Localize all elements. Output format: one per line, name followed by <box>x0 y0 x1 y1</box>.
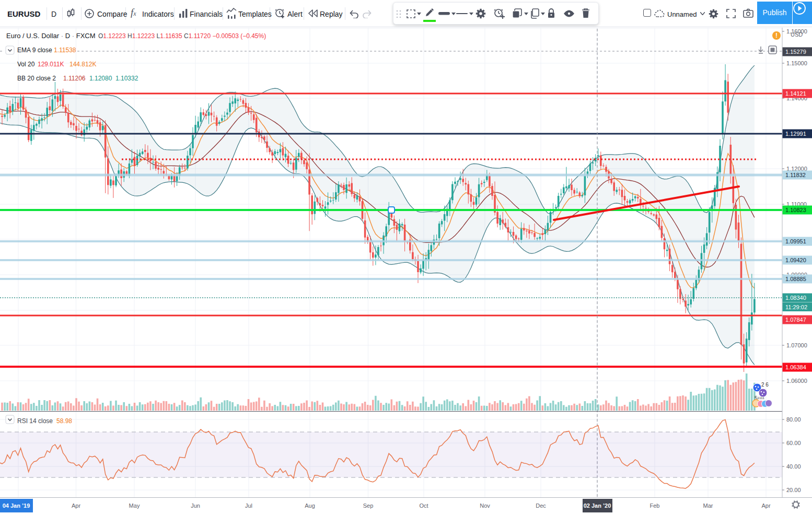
svg-text:1.08885: 1.08885 <box>785 276 806 282</box>
svg-text:Jul: Jul <box>245 503 252 509</box>
svg-text:EMA 9 close: EMA 9 close <box>17 46 52 54</box>
svg-text:1.11538: 1.11538 <box>54 46 76 54</box>
svg-text:1.10332: 1.10332 <box>115 75 138 82</box>
svg-text:1.10823: 1.10823 <box>785 207 806 213</box>
svg-text:1.15279: 1.15279 <box>785 49 806 55</box>
svg-text:1.15000: 1.15000 <box>786 60 807 66</box>
svg-text:Mar: Mar <box>703 503 713 509</box>
svg-text:1.11206: 1.11206 <box>63 75 86 82</box>
svg-text:Sep: Sep <box>363 503 374 509</box>
svg-text:2 6: 2 6 <box>761 382 769 388</box>
svg-text:11:29:02: 11:29:02 <box>785 304 807 310</box>
svg-text:Nov: Nov <box>480 503 490 509</box>
svg-text:58.98: 58.98 <box>56 417 72 425</box>
svg-text:Feb: Feb <box>650 503 660 509</box>
svg-text:Apr: Apr <box>761 503 770 509</box>
svg-text:!: ! <box>775 32 778 39</box>
svg-text:40.00: 40.00 <box>786 463 801 470</box>
svg-text:Jun: Jun <box>191 503 200 509</box>
svg-text:1.12991: 1.12991 <box>785 131 806 137</box>
svg-text:May: May <box>129 503 140 509</box>
svg-text:1.08340: 1.08340 <box>785 295 806 301</box>
svg-text:129.011K: 129.011K <box>38 61 64 68</box>
svg-text:Oct: Oct <box>419 503 428 509</box>
svg-text:Euro / U.S. Dollar · D · FXCM: Euro / U.S. Dollar · D · FXCM <box>6 32 96 40</box>
svg-text:1.09420: 1.09420 <box>785 257 806 263</box>
svg-text:1.07000: 1.07000 <box>786 342 807 348</box>
svg-text:Vol 20: Vol 20 <box>17 61 35 68</box>
svg-text:1.09951: 1.09951 <box>785 238 806 244</box>
svg-text:1.14121: 1.14121 <box>785 90 806 97</box>
svg-text:Dec: Dec <box>536 503 546 509</box>
svg-text:1.11832: 1.11832 <box>785 172 806 178</box>
svg-text:1.12080: 1.12080 <box>89 75 112 82</box>
svg-text:144.812K: 144.812K <box>69 61 96 68</box>
svg-text:04 Jan ’19: 04 Jan ’19 <box>3 503 30 509</box>
svg-text:Apr: Apr <box>72 503 80 509</box>
svg-text:80.00: 80.00 <box>786 416 801 423</box>
svg-text:RSI 14 close: RSI 14 close <box>17 417 53 425</box>
svg-text:O1.12223 H1.12223 L1.11635 C1.: O1.12223 H1.12223 L1.11635 C1.11720 −0.0… <box>98 32 266 40</box>
svg-text:Aug: Aug <box>305 503 315 509</box>
svg-text:60.00: 60.00 <box>786 440 801 446</box>
svg-text:20.00: 20.00 <box>786 487 801 493</box>
svg-text:BB 20 close 2: BB 20 close 2 <box>17 75 56 82</box>
svg-text:02 Jan ’20: 02 Jan ’20 <box>584 503 611 509</box>
svg-text:1.07847: 1.07847 <box>785 317 806 323</box>
svg-text:USD: USD <box>791 31 803 38</box>
svg-text:1.06000: 1.06000 <box>786 378 807 384</box>
svg-text:1.06384: 1.06384 <box>785 364 806 370</box>
